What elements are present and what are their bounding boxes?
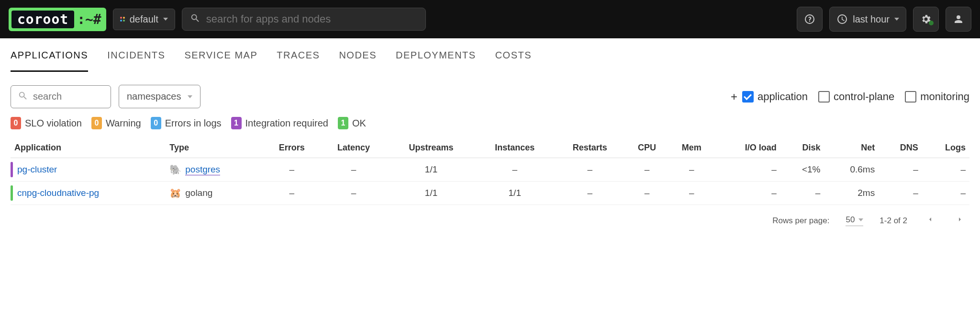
cell-instances: – (475, 158, 555, 182)
logo-text: coroot (11, 11, 74, 28)
cell-mem: – (668, 158, 714, 182)
count-badge: 1 (231, 117, 242, 129)
next-page-button[interactable] (953, 213, 967, 229)
tab-traces[interactable]: TRACES (277, 50, 320, 72)
status-bar-icon (11, 162, 13, 177)
help-icon (804, 13, 815, 25)
app-link[interactable]: cnpg-cloudnative-pg (17, 188, 99, 198)
applications-table: ApplicationTypeErrorsLatencyUpstreamsIns… (11, 138, 969, 205)
col-dns[interactable]: DNS (879, 138, 922, 158)
prev-page-button[interactable] (924, 213, 937, 229)
cell-dns: – (879, 182, 922, 205)
filter-monitoring[interactable]: monitoring (905, 91, 969, 103)
cell-restarts: – (555, 158, 625, 182)
checkbox-icon (905, 91, 916, 103)
count-badge: 0 (151, 117, 161, 129)
checkbox-icon (742, 91, 754, 103)
cell-logs: – (922, 182, 969, 205)
rows-per-page-select[interactable]: 50 (846, 215, 863, 226)
tab-deployments[interactable]: DEPLOYMENTS (396, 50, 476, 72)
project-name: default (130, 14, 158, 25)
app-search[interactable] (11, 85, 111, 108)
project-icon (120, 17, 125, 22)
type-label: golang (185, 188, 212, 198)
cell-io: – (714, 158, 780, 182)
cell-net: 0.6ms (824, 158, 879, 182)
time-range-selector[interactable]: last hour (829, 7, 906, 32)
col-errors[interactable]: Errors (264, 138, 320, 158)
global-search-input[interactable] (206, 13, 418, 25)
tab-costs[interactable]: COSTS (495, 50, 532, 72)
tab-incidents[interactable]: INCIDENTS (107, 50, 165, 72)
filters-row: namespaces + applicationcontrol-planemon… (0, 72, 980, 117)
logo-prompt: :~# (77, 11, 101, 27)
legend-slo-violation: 0SLO violation (11, 117, 82, 129)
tab-nodes[interactable]: NODES (339, 50, 377, 72)
namespace-selector[interactable]: namespaces (119, 85, 200, 108)
logo[interactable]: coroot :~# (9, 8, 106, 31)
app-link[interactable]: pg-cluster (17, 164, 57, 174)
col-cpu[interactable]: CPU (625, 138, 669, 158)
user-button[interactable] (946, 7, 971, 32)
status-bar-icon (11, 185, 13, 201)
col-logs[interactable]: Logs (922, 138, 969, 158)
help-button[interactable] (797, 7, 823, 32)
chevron-down-icon (858, 218, 863, 221)
cell-dns: – (879, 158, 922, 182)
cell-latency: – (320, 182, 387, 205)
col-disk[interactable]: Disk (780, 138, 824, 158)
checkbox-icon (818, 91, 830, 103)
cell-upstreams: 1/1 (388, 158, 475, 182)
cell-upstreams: 1/1 (388, 182, 475, 205)
filter-application[interactable]: application (742, 91, 808, 103)
col-type[interactable]: Type (166, 138, 264, 158)
col-application[interactable]: Application (11, 138, 166, 158)
type-label[interactable]: postgres (185, 164, 220, 175)
cell-errors: – (264, 182, 320, 205)
status-legend: 0SLO violation0Warning0Errors in logs1In… (0, 117, 980, 138)
app-search-input[interactable] (33, 91, 104, 102)
cell-io: – (714, 182, 780, 205)
legend-errors-in-logs: 0Errors in logs (151, 117, 222, 129)
col-net[interactable]: Net (824, 138, 879, 158)
col-upstreams[interactable]: Upstreams (388, 138, 475, 158)
search-icon (190, 13, 200, 25)
cell-disk: <1% (780, 158, 824, 182)
cell-disk: – (780, 182, 824, 205)
filter-control-plane[interactable]: control-plane (818, 91, 894, 103)
tab-service-map[interactable]: SERVICE MAP (184, 50, 257, 72)
legend-warning: 0Warning (91, 117, 141, 129)
col-restarts[interactable]: Restarts (555, 138, 625, 158)
type-icon: 🐘 (169, 164, 181, 175)
type-icon: 🐹 (169, 187, 181, 199)
cell-mem: – (668, 182, 714, 205)
col-latency[interactable]: Latency (320, 138, 387, 158)
project-selector[interactable]: default (113, 9, 175, 30)
col-i-o-load[interactable]: I/O load (714, 138, 780, 158)
chevron-down-icon (163, 18, 168, 21)
rows-per-page-label: Rows per page: (772, 216, 829, 226)
col-instances[interactable]: Instances (475, 138, 555, 158)
cell-latency: – (320, 158, 387, 182)
cell-cpu: – (625, 158, 669, 182)
plus-icon[interactable]: + (731, 90, 737, 103)
chevron-down-icon (894, 18, 899, 21)
col-mem[interactable]: Mem (668, 138, 714, 158)
cell-instances: 1/1 (475, 182, 555, 205)
clock-icon (836, 13, 848, 25)
status-dot-icon (929, 21, 934, 25)
count-badge: 0 (11, 117, 21, 129)
tab-applications[interactable]: APPLICATIONS (11, 50, 88, 72)
user-icon (953, 13, 964, 25)
main-tabs: APPLICATIONSINCIDENTSSERVICE MAPTRACESNO… (0, 38, 980, 72)
global-search[interactable] (182, 8, 426, 31)
app-header: coroot :~# default last hour (0, 0, 980, 38)
chevron-down-icon (188, 95, 192, 98)
cell-logs: – (922, 158, 969, 182)
cell-cpu: – (625, 182, 669, 205)
namespace-label: namespaces (127, 91, 181, 102)
cell-restarts: – (555, 182, 625, 205)
page-range: 1-2 of 2 (880, 216, 907, 226)
settings-button[interactable] (913, 7, 939, 32)
count-badge: 1 (338, 117, 348, 129)
